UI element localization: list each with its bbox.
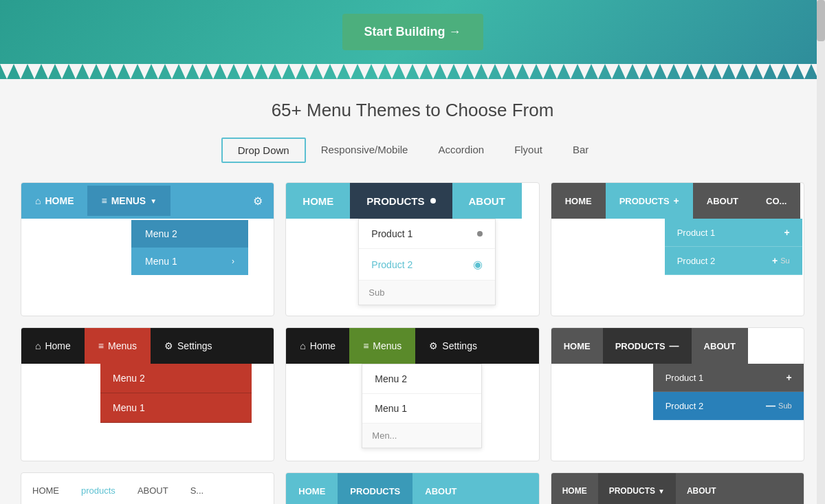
menu-icon-3: ≡: [363, 340, 368, 351]
menu-card-8: HOME products ABOUT: [285, 472, 539, 504]
arrow-icon: ▼: [150, 197, 157, 205]
menu-card-1: ⌂ HOME ≡ MENUS ▼ ⚙ Menu 2 Menu 1 ›: [21, 182, 274, 316]
menu-card-4: ⌂ Home ≡ Menus ⚙ Settings Menu 2 Menu 1: [21, 327, 274, 461]
scrollbar-track: [817, 0, 825, 504]
card1-menu1: Menu 1 ›: [131, 248, 248, 275]
card4-menu2: Menu 2: [100, 364, 252, 393]
menu-icon-2: ≡: [98, 340, 104, 351]
menu-icon: ≡: [101, 195, 107, 206]
card3-product1: Product 1 +: [665, 219, 802, 247]
card6-product2: Product 2 — Sub: [653, 392, 804, 420]
home-icon-2: ⌂: [35, 340, 41, 351]
section-title: 65+ Menu Themes to Choose From: [14, 100, 811, 121]
minus-icon: —: [670, 340, 679, 351]
card3-products: PRODUCTS +: [606, 183, 693, 219]
card6-dropdown: Product 1 + Product 2 — Sub: [653, 364, 804, 420]
card3-contact: CO...: [752, 183, 800, 219]
menu-card-6: HOME PRODUCTS — ABOUT Product 1 + Produc…: [551, 327, 804, 461]
scrollbar-thumb[interactable]: [817, 0, 825, 41]
menu-grid: ⌂ HOME ≡ MENUS ▼ ⚙ Menu 2 Menu 1 › HO: [21, 182, 804, 504]
card6-home: HOME: [551, 328, 603, 364]
arrow-down-icon: ▼: [658, 487, 665, 495]
main-content: 65+ Menu Themes to Choose From Drop Down…: [0, 79, 825, 504]
card4-settings: ⚙ Settings: [151, 328, 226, 364]
tab-bar: Drop Down Responsive/Mobile Accordion Fl…: [14, 138, 811, 163]
card7-s: S...: [179, 473, 215, 504]
menu-card-2: HOME PRODUCTS ABOUT Product 1 Product 2 …: [285, 182, 539, 316]
card6-about: ABOUT: [692, 328, 748, 364]
card9-home: HOME: [551, 473, 598, 504]
card2-sub: Sub: [359, 281, 495, 305]
card3-home: HOME: [551, 183, 606, 219]
card7-navbar: HOME products ABOUT S...: [21, 473, 274, 504]
card2-home: HOME: [286, 183, 350, 219]
tab-responsive[interactable]: Responsive/Mobile: [306, 138, 424, 163]
card5-sub: Men...: [362, 424, 481, 448]
card3-navbar: HOME PRODUCTS + ABOUT CO...: [551, 183, 804, 219]
card1-menus: ≡ MENUS ▼: [87, 186, 170, 216]
gear-icon: ⚙: [164, 340, 173, 351]
card7-about: ABOUT: [126, 473, 179, 504]
card2-product2: Product 2 ◉: [359, 249, 495, 281]
bullet-filled-icon: [477, 231, 483, 237]
card2-product1: Product 1: [359, 219, 495, 249]
card5-navbar: ⌂ Home ≡ Menus ⚙ Settings: [286, 328, 538, 364]
minus-icon-2: —: [766, 400, 776, 411]
circle-icon: ◉: [473, 258, 483, 271]
plus-icon-2: +: [784, 227, 789, 238]
card9-navbar: HOME PRODUCTS ▼ ABOUT: [551, 473, 804, 504]
menu-card-7: HOME products ABOUT S...: [21, 472, 274, 504]
card5-menu2: Menu 2: [362, 364, 481, 394]
hero-section: Start Building →: [0, 0, 825, 79]
card4-dropdown: Menu 2 Menu 1: [100, 364, 252, 423]
card1-menu2: Menu 2: [131, 220, 248, 248]
card8-products: products: [338, 473, 412, 504]
gear-icon-2: ⚙: [429, 340, 438, 351]
menu-card-9: HOME PRODUCTS ▼ ABOUT: [551, 472, 804, 504]
menu-card-3: HOME PRODUCTS + ABOUT CO... Product 1 + …: [551, 182, 804, 316]
plus-icon: +: [674, 195, 679, 206]
card7-products: products: [70, 473, 126, 504]
card1-dropdown: Menu 2 Menu 1 ›: [131, 220, 248, 275]
start-building-button[interactable]: Start Building →: [342, 14, 483, 50]
card9-about: ABOUT: [676, 473, 727, 504]
bullet-icon: [430, 198, 436, 204]
card8-navbar: HOME products ABOUT: [286, 473, 538, 504]
home-icon-3: ⌂: [300, 340, 305, 351]
tab-flyout[interactable]: Flyout: [499, 138, 558, 163]
home-icon: ⌂: [35, 195, 41, 206]
card3-product2: Product 2 + Su: [665, 247, 802, 275]
card2-about: ABOUT: [452, 183, 522, 219]
tab-bar[interactable]: Bar: [558, 138, 604, 163]
tab-dropdown[interactable]: Drop Down: [221, 138, 306, 163]
card3-dropdown: Product 1 + Product 2 + Su: [665, 219, 802, 275]
plus-icon-3: +: [772, 255, 778, 266]
card5-menu1: Menu 1: [362, 394, 481, 424]
card4-navbar: ⌂ Home ≡ Menus ⚙ Settings: [21, 328, 274, 364]
card6-product1: Product 1 +: [653, 364, 804, 392]
svg-rect-1: [0, 64, 825, 79]
card2-dropdown: Product 1 Product 2 ◉ Sub: [358, 219, 496, 305]
chevron-icon: ›: [232, 256, 234, 266]
card8-about: ABOUT: [412, 473, 469, 504]
card4-home: ⌂ Home: [21, 328, 85, 364]
card6-products: PRODUCTS —: [603, 328, 692, 364]
plus-icon-4: +: [786, 372, 791, 383]
card2-products: PRODUCTS: [350, 183, 452, 219]
tab-accordion[interactable]: Accordion: [423, 138, 499, 163]
card9-products: PRODUCTS ▼: [598, 473, 676, 504]
sub-label: Su: [780, 256, 789, 265]
card5-settings: ⚙ Settings: [415, 328, 491, 364]
card4-menu1: Menu 1: [100, 393, 252, 423]
card2-navbar: HOME PRODUCTS ABOUT: [286, 183, 538, 219]
card1-home: ⌂ HOME: [21, 186, 87, 216]
card5-dropdown: Menu 2 Menu 1 Men...: [362, 364, 482, 448]
card1-gear: ⚙: [242, 185, 274, 217]
start-building-label: Start Building →: [364, 25, 461, 39]
card1-navbar: ⌂ HOME ≡ MENUS ▼ ⚙: [21, 183, 274, 219]
card5-home: ⌂ Home: [286, 328, 349, 364]
card4-menus: ≡ Menus: [85, 328, 151, 364]
card6-navbar: HOME PRODUCTS — ABOUT: [551, 328, 804, 364]
sub-label-2: Sub: [778, 402, 792, 410]
card8-home: HOME: [286, 473, 338, 504]
